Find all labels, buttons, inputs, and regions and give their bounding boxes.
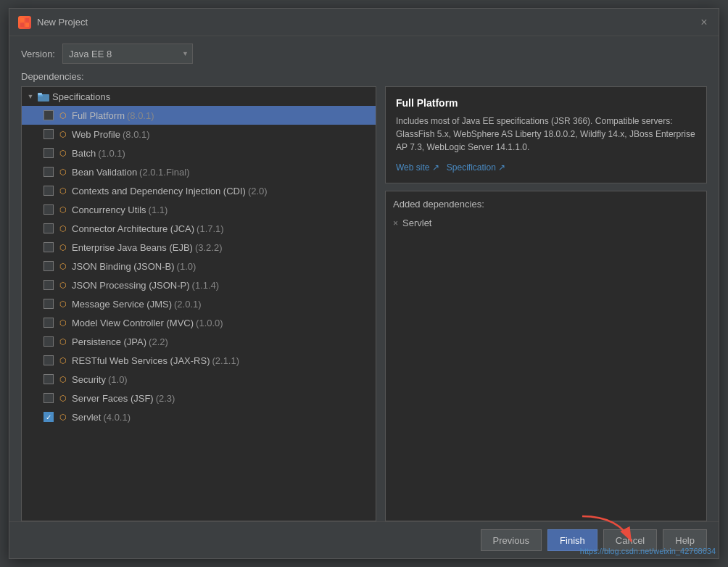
version-select[interactable]: Java EE 8 Java EE 7 Jakarta EE 9 — [62, 44, 193, 64]
dep-icon: ⬡ — [57, 279, 69, 291]
list-item[interactable]: ⬡ Security (1.0) — [22, 370, 376, 389]
app-icon — [18, 16, 31, 29]
item-checkbox[interactable] — [44, 167, 54, 177]
item-checkbox[interactable] — [44, 336, 54, 347]
list-item[interactable]: ⬡ Full Platform (8.0.1) — [22, 106, 376, 125]
item-version: (2.3) — [156, 393, 175, 404]
list-item[interactable]: ⬡ Server Faces (JSF) (2.3) — [22, 389, 376, 407]
folder-icon — [38, 91, 49, 102]
list-item[interactable]: ⬡ Enterprise Java Beans (EJB) (3.2.2) — [22, 238, 376, 257]
version-label: Version: — [21, 49, 55, 59]
item-name: Contexts and Dependency Injection (CDI) — [72, 186, 246, 196]
item-checkbox[interactable] — [44, 318, 54, 328]
item-version: (4.0.1) — [103, 412, 131, 423]
list-item[interactable]: ⬡ JSON Binding (JSON-B) (1.0) — [22, 257, 376, 276]
added-dependencies-box: Added dependencies: × Servlet — [385, 191, 707, 521]
info-box: Full Platform Includes most of Java EE s… — [385, 86, 707, 183]
item-checkbox[interactable] — [44, 299, 54, 309]
list-item[interactable]: ✓ ⬡ Servlet (4.0.1) — [22, 407, 376, 426]
right-panel: Full Platform Includes most of Java EE s… — [385, 86, 707, 521]
item-checkbox[interactable] — [44, 110, 54, 120]
previous-button[interactable]: Previous — [481, 529, 542, 551]
list-item[interactable]: ⬡ Batch (1.0.1) — [22, 144, 376, 162]
remove-servlet-button[interactable]: × — [393, 218, 398, 228]
item-checkbox[interactable] — [44, 204, 54, 215]
item-name: Batch — [72, 148, 96, 159]
list-item[interactable]: ⬡ JSON Processing (JSON-P) (1.1.4) — [22, 276, 376, 294]
item-name: Servlet — [72, 412, 101, 423]
item-name: Bean Validation — [72, 167, 137, 178]
main-content: ▼ Specifications ⬡ Full Platform (8.0.1) — [9, 86, 719, 521]
item-checkbox[interactable] — [44, 261, 54, 271]
item-name: Web Profile — [72, 129, 120, 140]
dep-icon: ⬡ — [57, 411, 69, 423]
item-name: Persistence (JPA) — [72, 336, 146, 347]
item-name: Model View Controller (MVC) — [72, 318, 194, 328]
item-checkbox[interactable] — [44, 186, 54, 196]
svg-rect-1 — [25, 18, 29, 22]
version-select-wrap[interactable]: Java EE 8 Java EE 7 Jakarta EE 9 — [62, 44, 193, 64]
list-item[interactable]: ⬡ Persistence (JPA) (2.2) — [22, 332, 376, 351]
item-version: (1.0.0) — [196, 318, 223, 328]
item-checkbox[interactable] — [44, 393, 54, 403]
dep-icon: ⬡ — [57, 241, 69, 253]
item-checkbox[interactable]: ✓ — [44, 412, 54, 422]
svg-rect-6 — [38, 93, 42, 95]
list-item[interactable]: ⬡ Message Service (JMS) (2.0.1) — [22, 294, 376, 313]
dialog-title: New Project — [37, 17, 88, 28]
item-name: Connector Architecture (JCA) — [72, 223, 194, 234]
list-item[interactable]: ⬡ RESTful Web Services (JAX-RS) (2.1.1) — [22, 351, 376, 370]
dep-icon: ⬡ — [57, 223, 69, 234]
dep-icon: ⬡ — [57, 185, 69, 196]
svg-rect-0 — [20, 18, 24, 22]
item-name: Server Faces (JSF) — [72, 393, 154, 404]
item-checkbox[interactable] — [44, 280, 54, 290]
item-version: (2.1.1) — [212, 355, 239, 366]
item-name: Concurrency Utils — [72, 204, 146, 215]
item-checkbox[interactable] — [44, 129, 54, 139]
dep-icon: ⬡ — [57, 317, 69, 328]
item-name: Full Platform — [72, 110, 125, 121]
website-link[interactable]: Web site ↗ — [396, 162, 439, 173]
chevron-icon: ▼ — [26, 92, 35, 101]
item-version: (8.0.1) — [123, 129, 150, 140]
item-version: (1.0.1) — [98, 148, 125, 159]
item-version: (2.0.1) — [174, 299, 202, 310]
specification-link[interactable]: Specification ↗ — [447, 162, 505, 173]
dep-icon: ⬡ — [57, 392, 69, 404]
item-checkbox[interactable] — [44, 148, 54, 158]
item-version: (1.0) — [177, 261, 197, 272]
item-checkbox[interactable] — [44, 355, 54, 365]
watermark: https://blog.csdn.net/weixin_42768634 — [577, 544, 719, 558]
list-item[interactable]: ⬡ Concurrency Utils (1.1) — [22, 200, 376, 219]
dep-icon: ⬡ — [57, 109, 69, 121]
svg-rect-2 — [20, 23, 24, 27]
dep-icon: ⬡ — [57, 147, 69, 159]
info-links: Web site ↗ Specification ↗ — [396, 162, 696, 173]
list-item[interactable]: ⬡ Web Profile (8.0.1) — [22, 125, 376, 144]
item-name: RESTful Web Services (JAX-RS) — [72, 355, 210, 366]
close-button[interactable]: × — [698, 17, 710, 28]
new-project-dialog: New Project × Version: Java EE 8 Java EE… — [9, 8, 719, 559]
info-title: Full Platform — [396, 97, 696, 109]
dependencies-tree: ▼ Specifications ⬡ Full Platform (8.0.1) — [21, 86, 376, 521]
dep-icon: ⬡ — [57, 355, 69, 366]
dependencies-label: Dependencies: — [9, 71, 719, 86]
version-row: Version: Java EE 8 Java EE 7 Jakarta EE … — [9, 36, 719, 71]
list-item[interactable]: ⬡ Bean Validation (2.0.1.Final) — [22, 162, 376, 181]
item-checkbox[interactable] — [44, 242, 54, 252]
dep-icon: ⬡ — [57, 373, 69, 385]
item-name: Message Service (JMS) — [72, 299, 172, 310]
list-item[interactable]: ⬡ Contexts and Dependency Injection (CDI… — [22, 181, 376, 200]
group-specifications[interactable]: ▼ Specifications — [22, 87, 376, 106]
dep-icon: ⬡ — [57, 204, 69, 215]
list-item[interactable]: ⬡ Connector Architecture (JCA) (1.7.1) — [22, 219, 376, 238]
list-item[interactable]: ⬡ Model View Controller (MVC) (1.0.0) — [22, 313, 376, 332]
item-checkbox[interactable] — [44, 374, 54, 384]
added-label: Added dependencies: — [393, 199, 699, 210]
item-version: (1.1) — [149, 204, 168, 215]
dep-icon: ⬡ — [57, 336, 69, 347]
item-checkbox[interactable] — [44, 223, 54, 233]
added-item-name: Servlet — [402, 218, 431, 228]
item-name: Enterprise Java Beans (EJB) — [72, 242, 193, 253]
